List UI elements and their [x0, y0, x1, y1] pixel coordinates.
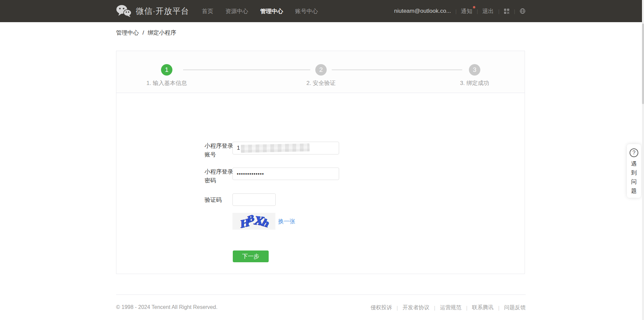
footer-link-divider: |: [396, 305, 398, 311]
help-widget-char: 问: [631, 177, 637, 186]
help-widget-char: 题: [631, 186, 637, 195]
wechat-logo-icon: [116, 5, 131, 17]
breadcrumb-current: 绑定小程序: [148, 30, 176, 36]
notifications-link[interactable]: 通知: [461, 7, 472, 15]
footer-links: 侵权投诉 | 开发者协议 | 运营规范 | 联系腾讯 | 问题反馈: [370, 304, 526, 311]
captcha-image[interactable]: H B X h: [232, 213, 275, 230]
help-widget-char: 到: [631, 168, 637, 177]
step-2-circle: 2: [315, 64, 327, 76]
redacted-account-value: [241, 143, 310, 153]
account-label-line1: 小程序登录: [205, 142, 235, 150]
next-step-button[interactable]: 下一步: [233, 250, 269, 262]
main-nav: 首页 资源中心 管理中心 账号中心: [202, 0, 318, 22]
copyright-text: © 1998 - 2024 Tencent All Right Reserved…: [116, 304, 217, 310]
footer-link-contact-tencent[interactable]: 联系腾讯: [472, 304, 493, 311]
scrollbar-track[interactable]: [642, 0, 644, 320]
step-indicator: 1 2 3 1. 输入基本信息 2. 安全验证 3. 绑定成功: [116, 51, 525, 93]
step-connector-line: [183, 70, 310, 70]
captcha-label: 验证码: [205, 196, 235, 204]
bind-miniprogram-card: 1 2 3 1. 输入基本信息 2. 安全验证 3. 绑定成功 小程序登录 账号…: [116, 51, 525, 274]
breadcrumb-separator: /: [143, 30, 144, 36]
account-label-line2: 账号: [205, 150, 235, 159]
nav-item-management[interactable]: 管理中心: [260, 7, 283, 15]
captcha-input[interactable]: [232, 193, 276, 206]
account-input[interactable]: 1: [232, 142, 339, 154]
notifications-label: 通知: [461, 8, 472, 14]
footer-link-divider: |: [498, 305, 499, 311]
header-divider: |: [498, 8, 499, 14]
account-label: 小程序登录 账号: [205, 142, 235, 159]
step-2-label: 2. 安全验证: [307, 79, 336, 87]
footer-link-feedback[interactable]: 问题反馈: [504, 304, 526, 311]
password-input[interactable]: •••••••••••••: [232, 168, 339, 180]
footer-link-developer-agreement[interactable]: 开发者协议: [402, 304, 429, 311]
password-label-line1: 小程序登录: [205, 168, 235, 176]
header-right-cluster: niuteam@outlook.co... | 通知 | 退出 | |: [394, 0, 526, 22]
help-widget[interactable]: ? 遇 到 问 题: [627, 144, 641, 198]
nav-item-home[interactable]: 首页: [202, 7, 213, 15]
captcha-refresh-link[interactable]: 换一张: [278, 218, 295, 225]
step-connector-line: [332, 70, 462, 70]
top-navbar: 微信·开放平台 首页 资源中心 管理中心 账号中心 niuteam@outloo…: [0, 0, 644, 22]
breadcrumb-parent[interactable]: 管理中心: [116, 30, 139, 36]
page: 微信·开放平台 首页 资源中心 管理中心 账号中心 niuteam@outloo…: [0, 0, 644, 320]
account-value-visible: 1: [237, 145, 240, 151]
nav-item-resources[interactable]: 资源中心: [225, 7, 248, 15]
qrcode-icon[interactable]: [504, 8, 509, 14]
language-globe-icon[interactable]: [520, 8, 526, 14]
logout-link[interactable]: 退出: [482, 7, 494, 15]
password-label-line2: 密码: [205, 176, 235, 185]
header-divider: |: [455, 8, 457, 14]
brand-logo[interactable]: 微信·开放平台: [116, 0, 189, 22]
step-1-circle: 1: [161, 64, 172, 76]
question-mark-icon: ?: [630, 148, 638, 157]
footer-link-infringement[interactable]: 侵权投诉: [370, 304, 392, 311]
notification-badge-dot: [473, 6, 475, 8]
footer-link-divider: |: [434, 305, 435, 311]
nav-item-account[interactable]: 账号中心: [295, 7, 318, 15]
step-3-circle: 3: [469, 64, 480, 76]
password-label: 小程序登录 密码: [205, 168, 235, 185]
brand-title: 微信·开放平台: [136, 6, 189, 16]
help-widget-char: 遇: [631, 159, 637, 168]
footer-link-operation-rules[interactable]: 运营规范: [440, 304, 462, 311]
scrollbar-thumb[interactable]: [642, 24, 644, 104]
footer-link-divider: |: [466, 305, 468, 311]
header-divider: |: [514, 8, 515, 14]
breadcrumb: 管理中心 / 绑定小程序: [116, 29, 176, 37]
header-divider: |: [477, 8, 478, 14]
step-3-label: 3. 绑定成功: [460, 79, 489, 87]
step-1-label: 1. 输入基本信息: [147, 79, 187, 87]
account-email[interactable]: niuteam@outlook.co...: [394, 8, 451, 14]
footer-divider: [116, 294, 526, 295]
